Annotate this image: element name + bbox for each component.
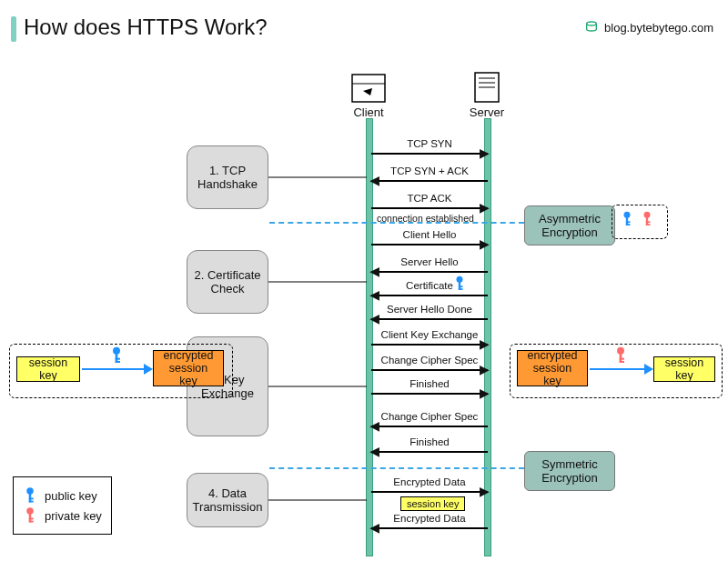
svg-point-0 — [587, 22, 597, 25]
svg-rect-30 — [620, 361, 624, 363]
legend: public key private key — [13, 476, 112, 535]
svg-rect-34 — [626, 224, 631, 225]
attribution-text: blog.bytebytego.com — [604, 21, 713, 35]
box-enc-session-key-client: encrypted session key — [153, 350, 224, 386]
attribution: blog.bytebytego.com — [584, 20, 713, 35]
title-accent — [11, 16, 16, 42]
svg-rect-26 — [116, 361, 120, 363]
box-enc-session-key-server: encrypted session key — [517, 350, 588, 386]
server-lifeline — [484, 118, 491, 556]
svg-rect-21 — [459, 285, 463, 287]
key-icon — [109, 346, 124, 366]
inline-session-key: session key — [400, 496, 465, 511]
arrow-client-encrypt — [82, 368, 151, 370]
svg-rect-1 — [352, 75, 385, 102]
svg-rect-37 — [646, 221, 651, 223]
svg-rect-14 — [29, 501, 34, 503]
key-icon — [621, 209, 633, 229]
svg-rect-33 — [626, 221, 631, 223]
box-session-key-client: session key — [16, 356, 80, 382]
svg-rect-13 — [29, 498, 34, 500]
phase-certificate-check: 2. Certificate Check — [187, 250, 268, 314]
page-title: How does HTTPS Work? — [24, 15, 268, 40]
svg-rect-29 — [620, 358, 624, 360]
phase-data-transmission: 4. Data Transmission — [187, 473, 268, 527]
svg-rect-38 — [646, 224, 651, 225]
phase-connectors — [268, 145, 369, 536]
arrow-server-decrypt — [590, 368, 652, 370]
key-icon — [641, 209, 653, 229]
svg-rect-17 — [29, 518, 34, 520]
logo-icon — [584, 20, 599, 35]
divider-symmetric — [269, 467, 524, 469]
client-icon — [350, 73, 387, 104]
divider-label: connection established — [377, 213, 474, 224]
server-label: Server — [470, 105, 504, 119]
key-icon — [23, 506, 37, 525]
server-icon — [473, 71, 500, 104]
key-icon — [613, 346, 628, 366]
note-symmetric-encryption: Symmetric Encryption — [524, 451, 615, 491]
client-label: Client — [353, 105, 383, 119]
legend-public-key: public key — [23, 486, 102, 505]
svg-rect-25 — [116, 358, 120, 360]
key-icon — [453, 275, 466, 293]
phase-tcp-handshake: 1. TCP Handshake — [187, 145, 268, 209]
box-session-key-server: session key — [653, 356, 715, 382]
key-icon — [23, 486, 37, 505]
legend-private-key: private key — [23, 506, 102, 525]
svg-rect-22 — [459, 288, 463, 290]
note-asymmetric-encryption: Asymmetric Encryption — [524, 205, 615, 245]
svg-rect-18 — [29, 521, 34, 523]
